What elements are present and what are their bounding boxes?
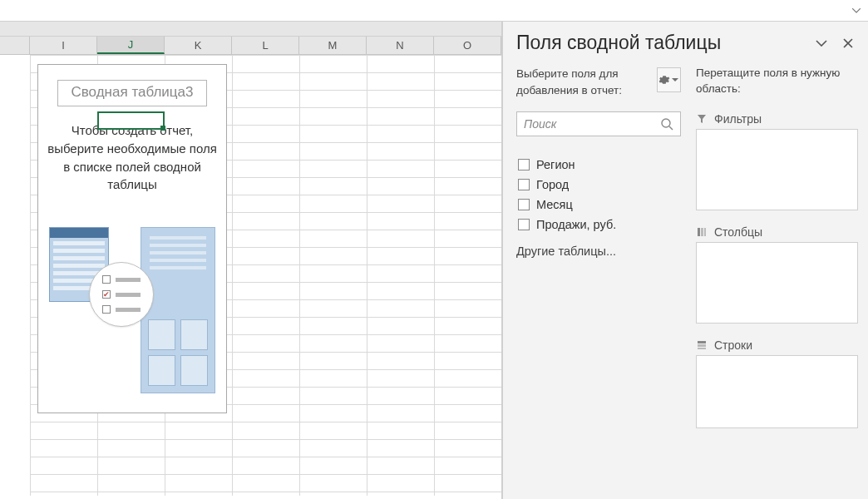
cell-grid[interactable]: Сводная таблица3 Чтобы создать отчет, вы… [0,55,501,496]
pivot-fields-pane: Поля сводной таблицы Выберите поля для д… [502,22,868,499]
pane-collapse-button[interactable] [811,33,831,53]
svg-line-1 [669,126,673,130]
field-item[interactable]: Регион [516,155,681,175]
pane-title: Поля сводной таблицы [516,32,721,54]
formula-bar-expand-button[interactable] [848,0,865,21]
pivot-table-placeholder[interactable]: Сводная таблица3 Чтобы создать отчет, вы… [38,65,226,413]
column-header[interactable]: N [367,37,434,54]
field-checkbox[interactable] [518,179,530,190]
svg-rect-4 [704,228,706,236]
svg-rect-2 [698,228,700,236]
svg-rect-5 [698,341,706,343]
column-header[interactable]: M [299,37,367,54]
field-list: РегионГородМесяцПродажи, руб.Другие табл… [516,146,681,492]
columns-label: Столбцы [714,225,762,239]
chevron-down-icon [672,78,678,82]
column-header[interactable]: J [97,37,165,54]
drag-hint: Перетащите поля в нужную область: [696,66,858,97]
funnel-icon [696,114,708,124]
svg-point-0 [662,119,670,127]
filters-dropzone[interactable]: Фильтры [696,112,858,210]
select-all-corner[interactable] [0,37,30,54]
columns-dropzone[interactable]: Столбцы [696,225,858,324]
field-label: Город [536,178,569,191]
choose-fields-instruction: Выберите поля для добавления в отчет: [516,66,652,98]
pivot-placeholder-hint: Чтобы создать отчет, выберите необходимы… [45,121,219,194]
field-search-input[interactable]: Поиск [516,111,681,136]
rows-icon [696,340,708,350]
spreadsheet-area[interactable]: IJKLMNO Сводная таблица3 Чтобы создать о… [0,22,502,499]
other-tables-link[interactable]: Другие таблицы... [516,245,681,258]
field-label: Месяц [536,198,573,211]
pivot-placeholder-illustration: ✔ [49,227,215,393]
svg-rect-7 [698,348,706,349]
field-checkbox[interactable] [518,219,530,230]
column-headers: IJKLMNO [0,37,501,55]
pane-close-button[interactable] [838,33,858,53]
svg-rect-3 [701,228,703,236]
pane-tools-button[interactable] [657,67,681,92]
column-header[interactable]: L [232,37,299,54]
rows-label: Строки [714,338,752,352]
field-checkbox[interactable] [518,199,530,210]
field-checkbox[interactable] [518,159,530,170]
columns-icon [696,227,708,237]
field-item[interactable]: Город [516,175,681,195]
rows-dropzone[interactable]: Строки [696,338,858,428]
field-item[interactable]: Месяц [516,195,681,215]
column-header[interactable]: I [30,37,97,54]
gear-icon [658,74,670,86]
svg-rect-6 [698,344,706,347]
search-placeholder: Поиск [524,117,660,131]
column-header[interactable]: O [434,37,501,54]
filters-label: Фильтры [714,112,762,126]
pivot-placeholder-title: Сводная таблица3 [57,80,208,106]
field-label: Продажи, руб. [536,218,616,231]
field-item[interactable]: Продажи, руб. [516,215,681,235]
field-label: Регион [536,158,575,171]
search-icon [660,117,673,131]
column-header[interactable]: K [165,37,232,54]
formula-bar [0,0,868,22]
